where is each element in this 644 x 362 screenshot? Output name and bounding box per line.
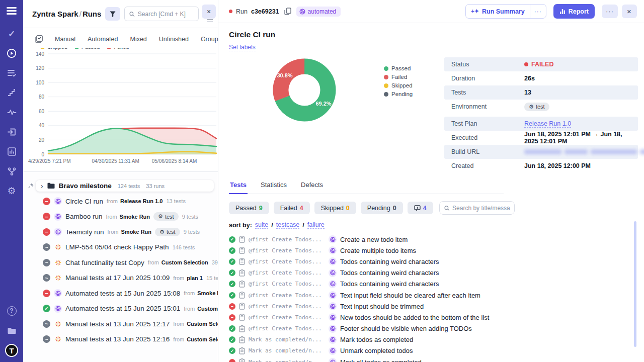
run-summary-more-button[interactable]: ··· bbox=[530, 5, 546, 18]
test-row[interactable]: @first Create Todos... Create multiple t… bbox=[229, 245, 638, 256]
test-suite-name: @first Create Todos... bbox=[249, 303, 325, 310]
test-row[interactable]: @first Create Todos... Footer should be … bbox=[229, 323, 638, 334]
run-name: Manual tests at 13 Jun 2025 12:17 bbox=[65, 320, 170, 328]
test-row[interactable]: @first Create Todos... Create a new todo… bbox=[229, 234, 638, 245]
run-row[interactable]: LMP-554 05/04 check Happy Path 146 tests bbox=[23, 240, 218, 255]
pin-icon[interactable] bbox=[28, 183, 34, 189]
test-suite-name: @first Create Todos... bbox=[249, 247, 325, 254]
filter-label: Passed bbox=[235, 205, 257, 212]
tab-mixed[interactable]: Mixed bbox=[130, 36, 146, 43]
run-summary-button[interactable]: +✦ Run Summary bbox=[466, 5, 529, 18]
sidebar-item-pulse[interactable] bbox=[6, 106, 18, 118]
test-status-icon bbox=[229, 347, 235, 354]
run-row[interactable]: Bamboo run from Smoke Run ⚙ test 9 tests bbox=[23, 209, 218, 225]
donut-legend-item: Passed bbox=[384, 65, 424, 71]
scrollbar-thumb[interactable] bbox=[634, 221, 636, 347]
test-row[interactable]: Mark as completed/n... Unmark completed … bbox=[229, 345, 638, 356]
test-row[interactable]: @first Create Todos... Text input field … bbox=[229, 290, 638, 301]
select-runs-icon[interactable] bbox=[35, 35, 43, 43]
filter-pill[interactable]: Skipped 0 bbox=[314, 202, 356, 214]
copy-icon bbox=[284, 8, 291, 15]
run-row[interactable]: Automated tests at 15 Jun 2025 15:01 fro… bbox=[23, 301, 218, 317]
sidebar-item-analytics[interactable] bbox=[6, 145, 18, 157]
tab-manual[interactable]: Manual bbox=[55, 36, 75, 43]
close-panel-button[interactable]: × bbox=[202, 5, 216, 19]
run-row[interactable]: Manual tests at 17 Jun 2025 10:09 from p… bbox=[23, 270, 218, 286]
sidebar-item-projects[interactable] bbox=[6, 324, 18, 336]
test-row[interactable]: @first Create Todos... Text input should… bbox=[229, 301, 638, 312]
run-row[interactable]: Manual tests at 13 Jun 2025 12:17 from C… bbox=[23, 316, 218, 332]
sort-by-suite[interactable]: suite bbox=[255, 221, 268, 229]
detail-tab[interactable]: Tests bbox=[229, 181, 248, 194]
run-row[interactable]: Automated tests at 15 Jun 2025 15:08 fro… bbox=[23, 286, 218, 301]
run-row[interactable]: Teamcity run from Smoke Run ⚙ test 9 tes… bbox=[23, 224, 218, 240]
sidebar-item-settings[interactable]: ⚙ bbox=[6, 185, 18, 197]
test-row[interactable]: Mark as completed/n... Mark all todos as… bbox=[229, 356, 638, 362]
run-summary-group: +✦ Run Summary ··· bbox=[465, 4, 546, 19]
sidebar-item-tests[interactable]: ✓ bbox=[6, 28, 18, 40]
chevron-right-icon[interactable]: › bbox=[41, 183, 43, 190]
more-button[interactable]: ··· bbox=[602, 5, 618, 18]
close-detail-button[interactable]: × bbox=[622, 5, 637, 18]
automated-badge[interactable]: automated bbox=[296, 7, 341, 17]
clipboard-icon bbox=[239, 292, 245, 299]
run-status-icon bbox=[43, 228, 50, 236]
donut-legend-item: Failed bbox=[384, 74, 424, 80]
collapse-icon[interactable] bbox=[207, 19, 213, 22]
test-plan-link[interactable]: Release Run 1.0 bbox=[524, 120, 571, 128]
comments-count: 4 bbox=[423, 205, 427, 212]
test-suite-name: @first Create Todos... bbox=[249, 314, 325, 321]
automated-run-icon bbox=[54, 228, 62, 236]
run-row[interactable]: Circle CI run from Release Run 1.0 13 te… bbox=[23, 194, 218, 209]
sidebar-item-plans[interactable] bbox=[6, 67, 18, 79]
run-group-row: › Bravo milestone 124 tests 33 runs bbox=[28, 180, 214, 192]
filter-pill[interactable]: Passed 9 bbox=[229, 202, 269, 214]
sidebar-item-branches[interactable] bbox=[6, 165, 18, 177]
tests-search[interactable] bbox=[439, 201, 515, 215]
group-tests-count: 124 tests bbox=[118, 183, 140, 189]
sidebar-item-import[interactable] bbox=[6, 126, 18, 138]
copy-run-id-button[interactable] bbox=[283, 7, 292, 16]
runs-search[interactable] bbox=[124, 7, 199, 21]
sort-by-failure[interactable]: failure bbox=[307, 221, 325, 229]
sidebar-item-milestones[interactable] bbox=[6, 86, 18, 99]
set-labels-link[interactable]: Set labels bbox=[229, 44, 256, 51]
tests-search-input[interactable] bbox=[452, 205, 510, 212]
report-button[interactable]: Report bbox=[553, 4, 595, 19]
test-row[interactable]: Mark as completed/n... Mark todos as com… bbox=[229, 334, 638, 345]
report-chart-icon bbox=[559, 9, 566, 15]
filter-pill[interactable]: Pending 0 bbox=[361, 202, 403, 214]
test-row[interactable]: @first Create Todos... Todos containing … bbox=[229, 256, 638, 267]
filter-pill[interactable]: Failed 4 bbox=[274, 202, 310, 214]
legend-label: Skipped bbox=[391, 82, 413, 88]
detail-tab[interactable]: Defects bbox=[300, 181, 324, 194]
comments-filter-pill[interactable]: 4 bbox=[408, 202, 433, 214]
group-bravo-milestone[interactable]: › Bravo milestone 124 tests 33 runs bbox=[36, 180, 214, 192]
run-row[interactable]: Chat functinality test Copy from Custom … bbox=[23, 255, 218, 270]
run-details-table: Status FAILED Duration 26s Tests 13 Envi… bbox=[444, 57, 638, 173]
test-row[interactable]: @first Create Todos... Todos containing … bbox=[229, 279, 638, 290]
svg-text:0: 0 bbox=[41, 152, 44, 157]
tab-unfinished[interactable]: Unfinished bbox=[159, 36, 189, 43]
test-row[interactable]: @first Create Todos... Todos containing … bbox=[229, 267, 638, 279]
tab-automated[interactable]: Automated bbox=[88, 36, 118, 43]
svg-text:4/29/2025 7:21 PM: 4/29/2025 7:21 PM bbox=[28, 158, 71, 164]
manual-run-icon bbox=[54, 320, 62, 328]
test-suite-name: @first Create Todos... bbox=[249, 236, 325, 243]
test-row[interactable]: @first Create Todos... New todos should … bbox=[229, 312, 638, 323]
runs-search-input[interactable] bbox=[138, 11, 194, 18]
sidebar-item-runs[interactable] bbox=[6, 47, 18, 59]
filter-button[interactable] bbox=[105, 7, 120, 21]
environment-badge: ⚙ test bbox=[524, 103, 549, 111]
sidebar-item-help[interactable]: ? bbox=[6, 305, 18, 317]
svg-text:140: 140 bbox=[36, 51, 44, 57]
sort-by-testcase[interactable]: testcase bbox=[276, 221, 300, 229]
menu-icon[interactable] bbox=[7, 7, 17, 15]
breadcrumb-project[interactable]: Zyntra Spark bbox=[32, 10, 78, 18]
bar-chart-icon bbox=[7, 147, 17, 156]
app-logo[interactable]: T bbox=[5, 344, 18, 357]
run-row[interactable]: Manual tests at 13 Jun 2025 12:16 from C… bbox=[23, 332, 218, 347]
detail-tab[interactable]: Statistics bbox=[260, 181, 288, 194]
run-status-icon bbox=[43, 290, 50, 297]
svg-text:40: 40 bbox=[39, 123, 45, 128]
